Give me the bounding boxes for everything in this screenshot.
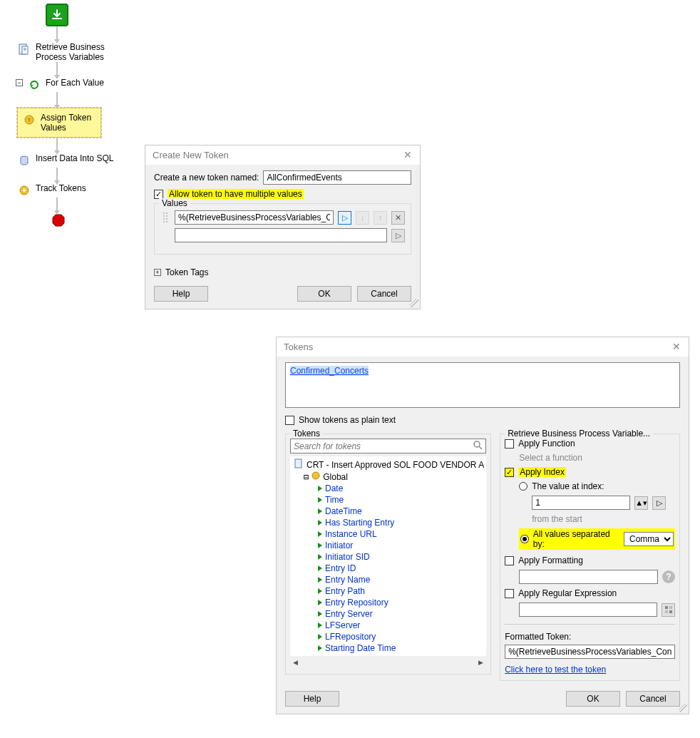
document-icon — [294, 458, 304, 471]
apply-regex-checkbox[interactable] — [505, 589, 514, 598]
tree-item[interactable]: Initiator — [294, 540, 484, 551]
triangle-icon — [318, 543, 322, 548]
cancel-button[interactable]: Cancel — [626, 691, 680, 707]
token-picker-button[interactable]: ▷ — [338, 211, 351, 225]
svg-rect-12 — [295, 459, 302, 468]
delete-row-button[interactable]: ✕ — [391, 211, 405, 225]
connector — [56, 92, 58, 108]
formatting-input[interactable] — [519, 570, 658, 584]
drag-handle-icon[interactable] — [160, 210, 170, 225]
tree-item[interactable]: Starting Date Time — [294, 642, 484, 654]
stop-node[interactable] — [51, 213, 66, 227]
tree-item-label: Initiator SID — [325, 551, 370, 563]
index-value-input[interactable] — [532, 496, 630, 510]
collapse-icon[interactable]: − — [16, 79, 23, 86]
help-icon[interactable]: ? — [662, 570, 675, 583]
token-preview[interactable]: Confirmed_Concerts — [285, 362, 680, 408]
help-button[interactable]: Help — [154, 286, 208, 302]
hscrollbar[interactable]: ◀▶ — [290, 656, 486, 668]
search-box[interactable] — [290, 439, 486, 453]
document-icon — [17, 42, 31, 56]
wf-step-label: Track Tokens — [36, 183, 86, 193]
tree-item[interactable]: LFServer — [294, 620, 484, 631]
all-values-sep-radio[interactable] — [520, 535, 529, 543]
svg-point-8 — [23, 189, 26, 192]
separator-select[interactable]: Comma — [624, 532, 674, 546]
apply-index-checkbox[interactable] — [505, 468, 514, 477]
close-icon[interactable]: ✕ — [403, 150, 413, 160]
value-input-1[interactable] — [175, 210, 334, 225]
index-token-picker[interactable]: ▷ — [652, 496, 666, 510]
resize-grip-icon[interactable] — [410, 299, 418, 307]
search-icon[interactable] — [470, 440, 485, 452]
name-label: Create a new token named: — [154, 173, 259, 183]
move-up-button[interactable]: ↑ — [374, 211, 387, 225]
tree-item-label: Entry ID — [325, 563, 356, 574]
tree-item[interactable]: Starting DateTime — [294, 654, 484, 656]
tree-item[interactable]: Initiator SID — [294, 551, 484, 563]
move-down-button[interactable]: ↓ — [356, 211, 369, 225]
tree-root[interactable]: CRT - Insert Approved SOL FOOD VENDOR A — [307, 459, 484, 471]
expand-icon[interactable]: + — [154, 269, 161, 276]
index-stepper[interactable]: ▲▾ — [634, 496, 648, 510]
test-token-link[interactable]: Click here to test the token — [505, 665, 606, 675]
tree-item-label: Starting Date Time — [325, 642, 396, 654]
triangle-icon — [318, 486, 322, 491]
wf-step-sql[interactable]: Insert Data Into SQL — [17, 153, 131, 168]
dialog-title-text: Tokens — [284, 342, 313, 352]
token-picker-button[interactable]: ▷ — [391, 229, 405, 242]
tree-item[interactable]: DateTime — [294, 506, 484, 517]
close-icon[interactable]: ✕ — [671, 342, 681, 352]
create-new-token-dialog: Create New Token ✕ Create a new token na… — [145, 145, 421, 309]
preview-token-link[interactable]: Confirmed_Concerts — [290, 366, 369, 376]
tree-item[interactable]: Entry Repository — [294, 597, 484, 608]
cancel-button[interactable]: Cancel — [357, 286, 411, 302]
resize-grip-icon[interactable] — [679, 704, 687, 712]
triangle-icon — [318, 600, 322, 605]
ok-button[interactable]: OK — [566, 691, 620, 707]
tree-global[interactable]: Global — [323, 471, 348, 483]
allow-multivalue-checkbox[interactable] — [154, 190, 163, 199]
wf-step-retrieve[interactable]: Retrieve Business Process Variables — [17, 42, 131, 62]
tree-item[interactable]: Time — [294, 494, 484, 506]
wf-step-foreach[interactable]: − For Each Value — [17, 78, 131, 92]
download-icon — [51, 9, 63, 21]
tree-item[interactable]: Entry Server — [294, 608, 484, 620]
wf-step-assign-token[interactable]: T Assign Token Values — [17, 108, 101, 138]
tree-item[interactable]: Has Starting Entry — [294, 517, 484, 528]
token-tree[interactable]: CRT - Insert Approved SOL FOOD VENDOR A … — [290, 456, 486, 656]
tree-item-label: Time — [325, 494, 344, 506]
search-input[interactable] — [291, 441, 470, 451]
start-node[interactable] — [46, 4, 68, 26]
tree-item-label: Instance URL — [325, 528, 377, 540]
connector — [56, 198, 58, 213]
dialog-titlebar[interactable]: Create New Token ✕ — [145, 145, 420, 165]
apply-formatting-checkbox[interactable] — [505, 556, 514, 565]
wf-step-track[interactable]: Track Tokens — [17, 183, 131, 198]
dialog-titlebar[interactable]: Tokens ✕ — [277, 337, 689, 357]
triangle-icon — [318, 520, 322, 526]
value-at-index-label: The value at index: — [532, 481, 604, 491]
tree-item[interactable]: Date — [294, 483, 484, 494]
plain-text-checkbox[interactable] — [285, 416, 294, 425]
token-name-input[interactable] — [263, 170, 411, 185]
tree-item[interactable]: Entry Path — [294, 585, 484, 597]
tree-item[interactable]: LFRepository — [294, 631, 484, 642]
value-at-index-radio[interactable] — [519, 482, 527, 491]
track-icon — [17, 183, 31, 198]
select-function-hint: Select a function — [505, 453, 675, 463]
tree-item[interactable]: Entry ID — [294, 563, 484, 574]
tree-item-label: Initiator — [325, 540, 353, 551]
apply-function-checkbox[interactable] — [505, 439, 514, 449]
ok-button[interactable]: OK — [297, 286, 351, 302]
connector — [56, 168, 58, 183]
values-legend: Values — [159, 198, 190, 208]
wf-step-label: Assign Token Values — [41, 113, 96, 133]
tree-item[interactable]: Instance URL — [294, 528, 484, 540]
value-input-2[interactable] — [175, 228, 387, 242]
regex-builder-button[interactable] — [662, 603, 675, 617]
help-button[interactable]: Help — [285, 691, 339, 707]
tree-item[interactable]: Entry Name — [294, 574, 484, 585]
regex-input[interactable] — [519, 603, 657, 617]
apply-regex-label: Apply Regular Expression — [518, 588, 617, 598]
